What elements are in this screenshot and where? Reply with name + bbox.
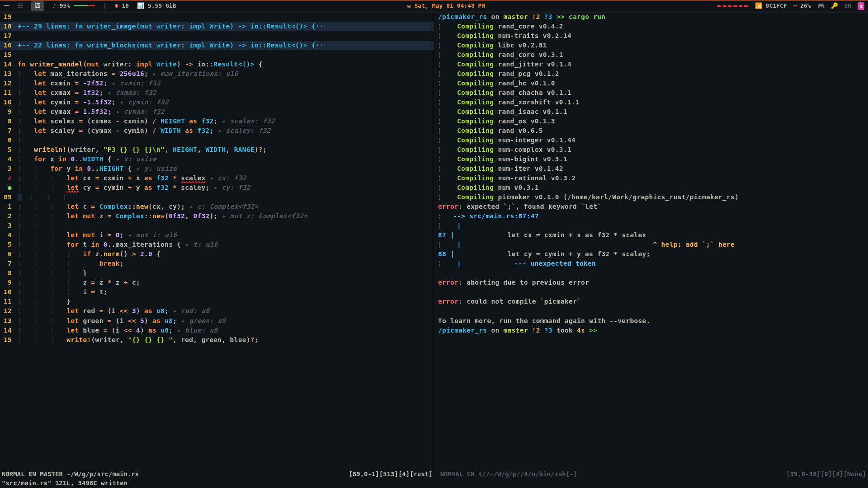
battery-percent: 26% <box>800 2 811 9</box>
key-icon[interactable]: 🔑 <box>831 2 838 10</box>
discord-icon[interactable]: 🎮 <box>817 2 825 10</box>
window-minimize-icon[interactable]: 一 <box>4 2 9 10</box>
mail-icon[interactable]: ✉ <box>407 2 411 9</box>
package-icon: ⊕ <box>115 2 118 9</box>
compile-line: ¦ Compiling num-bigint v0.3.1 <box>434 155 868 164</box>
cargo-command: cargo run <box>569 13 605 20</box>
wifi-icon: 📶 <box>755 2 762 9</box>
status-bar: NORMAL EN MASTER ~/W/g/p/src/main.rs [89… <box>0 469 868 488</box>
status-right-editor: [89,0-1][513][4][rust] <box>349 470 432 478</box>
cursor-line: 89 ¦ ¦ ¦ <box>0 192 434 202</box>
compile-line: ¦ Compiling num v0.3.1 <box>434 183 868 192</box>
fold-line[interactable]: 16 +-- 22 lines: fn write_blocks(mut wri… <box>0 41 434 50</box>
music-bars: ━━━━ <box>74 2 88 9</box>
compile-line: ¦ Compiling rand_chacha v0.1.1 <box>434 88 868 98</box>
compile-line: ¦ Compiling rand_pcg v0.1.2 <box>434 69 868 79</box>
error-marker-icon: ✗ <box>8 174 12 182</box>
compile-line: ¦ Compiling rand_core v0.4.2 <box>434 22 868 31</box>
compile-line: ¦ Compiling rand v0.6.5 <box>434 126 868 136</box>
info-marker-icon: ● <box>8 184 12 191</box>
compile-line: ¦ Compiling rand_jitter v0.1.4 <box>434 60 868 69</box>
compile-line: ¦ Compiling rand_os v0.1.3 <box>434 117 868 126</box>
terminal-pane[interactable]: /picmaker_rs on master !2 ?3 >> cargo ru… <box>434 12 868 469</box>
topbar: 一 ☷ 四 ♪ 95% ━━━━━━ | ⊕ 10 📊 5.55 GiB ✉ S… <box>0 0 868 12</box>
compile-line: ¦ Compiling num-traits v0.2.14 <box>434 31 868 41</box>
compile-line: ¦ Compiling num-complex v0.3.1 <box>434 145 868 155</box>
workspace-indicator[interactable]: 四 <box>31 1 44 11</box>
editor-pane[interactable]: 19 18 +-- 29 lines: fn writer_image(mut … <box>0 12 434 469</box>
app-icon[interactable]: α <box>858 2 864 10</box>
compile-line: ¦ Compiling num-iter v0.1.42 <box>434 164 868 174</box>
compile-line: ¦ Compiling rand_hc v0.1.0 <box>434 79 868 88</box>
window-control-icon[interactable]: ☷ <box>18 2 23 10</box>
activity-dashes: ▬▬▬▬▬▬ <box>717 2 749 10</box>
music-percent: 95% <box>60 2 70 9</box>
compile-line: ¦ Compiling rand_core v0.3.1 <box>434 50 868 60</box>
status-right-terminal: [35,0-38][0][4][None] <box>786 469 866 479</box>
memory-usage: 5.55 GiB <box>148 2 176 9</box>
status-left-terminal: NORMAL EN t//~/W/g/p//4/u/bin/zsh[-] <box>440 470 577 478</box>
compile-line: ¦ Compiling rand_xorshift v0.1.1 <box>434 98 868 107</box>
wifi-ssid: 8C1FCF <box>766 2 787 9</box>
compile-line: ¦ Compiling rand_isaac v0.1.1 <box>434 107 868 117</box>
compile-line: ¦ Compiling num-rational v0.3.2 <box>434 174 868 183</box>
lang-indicator[interactable]: EN <box>844 2 852 10</box>
memory-icon: 📊 <box>137 2 144 9</box>
status-message: "src/main.rs" 121L, 3496C written <box>2 479 127 488</box>
music-icon: ♪ <box>52 2 56 9</box>
compile-line: ¦ Compiling libc v0.2.81 <box>434 41 868 50</box>
package-count: 10 <box>122 2 129 9</box>
compile-line: ¦ Compiling num-integer v0.1.44 <box>434 136 868 145</box>
status-left-editor: NORMAL EN MASTER ~/W/g/p/src/main.rs <box>2 469 139 479</box>
fold-line[interactable]: 18 +-- 29 lines: fn writer_image(mut wri… <box>0 22 434 31</box>
clock-date: Sat, May 01 04:48 PM <box>415 2 486 9</box>
